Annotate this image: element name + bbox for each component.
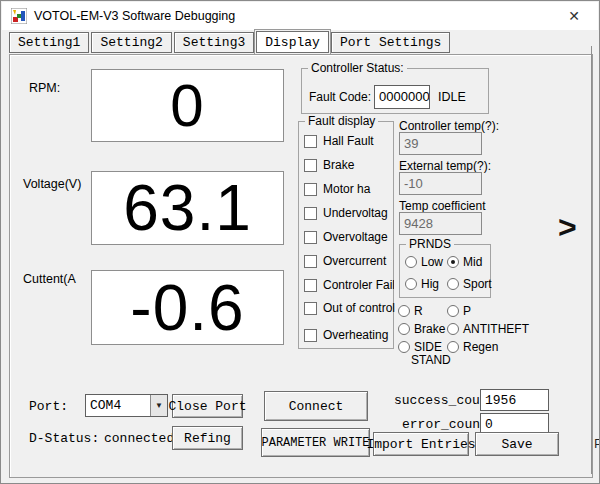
sport-label: Sport: [463, 277, 492, 291]
app-window: VOTOL-EM-V3 Software Debugging ✕ Setting…: [0, 0, 600, 484]
mode-r[interactable]: R: [398, 304, 423, 318]
tab-port-settings[interactable]: Port Settings: [331, 32, 450, 53]
p-radio[interactable]: [447, 305, 459, 317]
regen-label: Regen: [463, 340, 498, 354]
controller-state-text: IDLE: [438, 90, 466, 104]
tab-display[interactable]: Display: [256, 31, 329, 53]
hall-fault-label: Hall Fault: [323, 134, 374, 148]
low-label: Low: [421, 255, 443, 269]
save-button[interactable]: Save: [475, 432, 559, 456]
fault-row-brake: Brake: [304, 158, 354, 172]
rpm-value: 0: [170, 76, 204, 136]
side-stand-label2: STAND: [411, 353, 451, 367]
overcurrent-checkbox[interactable]: [304, 255, 317, 268]
connect-button[interactable]: Connect: [264, 391, 368, 421]
close-icon[interactable]: ✕: [554, 4, 594, 28]
app-icon: [11, 8, 27, 24]
fault-row-undervoltage: Undervoltag: [304, 206, 388, 220]
controller-temp-label: Controller temp(?):: [399, 119, 499, 133]
undervoltage-label: Undervoltag: [323, 206, 388, 220]
mode-side-stand[interactable]: SIDE: [398, 340, 442, 354]
r-label: R: [414, 304, 423, 318]
mid-radio[interactable]: [447, 256, 459, 268]
temp-coefficient-field[interactable]: 9428: [399, 212, 482, 235]
import-entries-button[interactable]: Import Entries: [373, 432, 469, 456]
controller-failure-checkbox[interactable]: [304, 279, 317, 292]
fault-code-field[interactable]: 00000000: [374, 85, 430, 109]
current-display: -0.6: [91, 270, 284, 345]
window-title: VOTOL-EM-V3 Software Debugging: [34, 9, 235, 23]
mid-label: Mid: [463, 255, 482, 269]
mode-antitheft[interactable]: ANTITHEFT: [447, 322, 529, 336]
fault-row-out-of-control: Out of control: [304, 301, 395, 315]
dstatus-value: connected: [104, 431, 174, 446]
prnds-sport[interactable]: Sport: [447, 277, 492, 291]
controller-temp-field[interactable]: 39: [399, 132, 482, 155]
voltage-value: 63.1: [123, 176, 252, 240]
tab-setting3[interactable]: Setting3: [174, 32, 254, 53]
out-of-control-label: Out of control: [323, 301, 395, 315]
controller-status-legend: Controller Status:: [308, 61, 407, 75]
tab-setting1[interactable]: Setting1: [9, 32, 89, 53]
tab-strip: Setting1 Setting2 Setting3 Display Port …: [9, 32, 452, 54]
overvoltage-label: Overvoltage: [323, 230, 388, 244]
side-stand-radio[interactable]: [398, 341, 410, 353]
out-of-control-checkbox[interactable]: [304, 302, 317, 315]
title-bar: VOTOL-EM-V3 Software Debugging ✕: [2, 2, 598, 30]
regen-radio[interactable]: [447, 341, 459, 353]
overcurrent-label: Overcurrent: [323, 254, 386, 268]
side-stand-label: SIDE: [414, 340, 442, 354]
undervoltage-checkbox[interactable]: [304, 207, 317, 220]
mode-brake[interactable]: Brake: [398, 322, 445, 336]
motor-hall-label: Motor ha: [323, 182, 370, 196]
current-label: Cuttent(A: [23, 272, 76, 286]
prnds-legend: PRNDS: [406, 237, 454, 251]
brake-mode-label: Brake: [414, 322, 445, 336]
fault-row-overheating: Overheating: [304, 328, 388, 342]
success-count-field[interactable]: 1956: [480, 389, 549, 411]
prnds-low[interactable]: Low: [405, 255, 443, 269]
fault-row-hall: Hall Fault: [304, 134, 374, 148]
hall-fault-checkbox[interactable]: [304, 135, 317, 148]
overheating-checkbox[interactable]: [304, 329, 317, 342]
low-radio[interactable]: [405, 256, 417, 268]
high-radio[interactable]: [405, 278, 417, 290]
overvoltage-checkbox[interactable]: [304, 231, 317, 244]
high-label: Hig: [421, 277, 439, 291]
fault-code-label: Fault Code:: [309, 90, 371, 104]
fault-row-motor-hall: Motor ha: [304, 182, 370, 196]
voltage-label: Voltage(V): [23, 177, 81, 191]
port-combobox[interactable]: COM4 ▼: [85, 394, 168, 417]
dstatus-label: D-Status:: [29, 431, 99, 446]
refing-button[interactable]: Refing: [172, 426, 243, 450]
p-label: P: [463, 304, 471, 318]
rpm-display: 0: [91, 69, 284, 142]
close-port-button[interactable]: Close Port: [172, 394, 243, 418]
tab-setting2[interactable]: Setting2: [91, 32, 171, 53]
motor-hall-checkbox[interactable]: [304, 183, 317, 196]
external-temp-label: External temp(?):: [399, 159, 491, 173]
sport-radio[interactable]: [447, 278, 459, 290]
fault-display-legend: Fault display: [305, 114, 378, 128]
current-value: -0.6: [130, 276, 244, 340]
clipped-panel-text: F: [594, 438, 600, 452]
mode-regen[interactable]: Regen: [447, 340, 498, 354]
brake-checkbox[interactable]: [304, 159, 317, 172]
brake-mode-radio[interactable]: [398, 323, 410, 335]
r-radio[interactable]: [398, 305, 410, 317]
rpm-label: RPM:: [29, 81, 60, 95]
controller-failure-label: Controler Failur: [323, 278, 394, 292]
prnds-mid[interactable]: Mid: [447, 255, 482, 269]
mode-p[interactable]: P: [447, 304, 471, 318]
brake-label: Brake: [323, 158, 354, 172]
parameter-write-button[interactable]: PARAMETER WRITE: [261, 428, 370, 457]
temp-coefficient-label: Temp coefficient: [399, 199, 486, 213]
prnds-high[interactable]: Hig: [405, 277, 439, 291]
antitheft-radio[interactable]: [447, 323, 459, 335]
chevron-down-icon[interactable]: ▼: [150, 395, 167, 416]
port-value: COM4: [86, 395, 150, 416]
expand-panel-button[interactable]: >: [558, 211, 577, 243]
overheating-label: Overheating: [323, 328, 388, 342]
external-temp-field[interactable]: -10: [399, 172, 482, 195]
port-label: Port:: [29, 399, 68, 414]
